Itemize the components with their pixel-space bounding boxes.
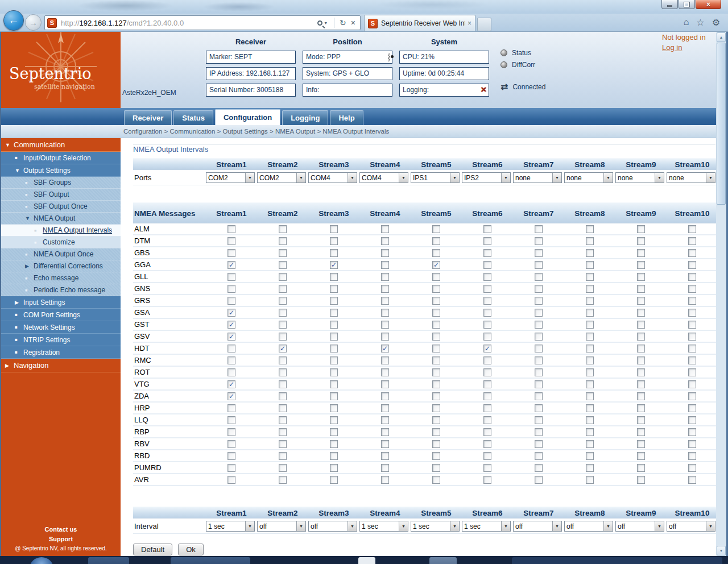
checkbox-gbs-stream8[interactable] xyxy=(586,249,594,257)
checkbox-grs-stream2[interactable] xyxy=(279,297,287,305)
interval-select-stream3[interactable]: off▼ xyxy=(308,521,357,532)
checkbox-rbp-stream10[interactable] xyxy=(688,428,696,436)
nav-tab-receiver[interactable]: Receiver xyxy=(124,110,172,125)
dropdown-arrow-icon[interactable]: ▼ xyxy=(399,173,408,183)
nav-tab-configuration[interactable]: Configuration xyxy=(215,109,280,125)
sidebar-item-input-output-selection[interactable]: ■Input/Output Selection xyxy=(1,152,121,164)
checkbox-vtg-stream8[interactable] xyxy=(586,380,594,388)
sidebar-item-periodic-echo-message[interactable]: ■Periodic Echo message xyxy=(1,284,121,296)
dropdown-arrow-icon[interactable]: ▼ xyxy=(348,173,357,183)
sidebar-item-communication[interactable]: ▼Communication xyxy=(1,138,121,152)
checkbox-rot-stream10[interactable] xyxy=(688,368,696,376)
checkbox-gsv-stream5[interactable] xyxy=(432,333,440,341)
checkbox-hrp-stream4[interactable] xyxy=(381,404,389,412)
dropdown-arrow-icon[interactable]: ▼ xyxy=(245,521,254,531)
dropdown-arrow-icon[interactable]: ▼ xyxy=(296,173,305,183)
url-text[interactable]: http://192.168.1.127/cmd?1.20.40.0.0 xyxy=(61,19,317,27)
dropdown-arrow-icon[interactable]: ▼ xyxy=(655,521,664,531)
dropdown-arrow-icon[interactable]: ▼ xyxy=(706,521,715,531)
checkbox-zda-stream3[interactable] xyxy=(330,392,338,400)
checkbox-alm-stream3[interactable] xyxy=(330,225,338,233)
checkbox-rmc-stream4[interactable] xyxy=(381,356,389,364)
new-tab-button[interactable] xyxy=(477,18,491,31)
interval-select-stream8[interactable]: off▼ xyxy=(564,521,613,532)
port-select-stream1[interactable]: COM2▼ xyxy=(206,172,255,183)
checkbox-gbs-stream10[interactable] xyxy=(688,249,696,257)
checkbox-zda-stream10[interactable] xyxy=(688,392,696,400)
tools-icon[interactable]: ⚙ xyxy=(712,17,720,28)
checkbox-rbp-stream2[interactable] xyxy=(279,428,287,436)
checkbox-gga-stream9[interactable] xyxy=(637,261,645,269)
checkbox-pumrd-stream5[interactable] xyxy=(432,464,440,472)
checkbox-gns-stream1[interactable] xyxy=(228,285,235,293)
checkbox-rbv-stream5[interactable] xyxy=(432,440,440,448)
checkbox-dtm-stream1[interactable] xyxy=(228,237,235,245)
port-select-stream4[interactable]: COM4▼ xyxy=(359,172,408,183)
login-link[interactable]: Log in xyxy=(662,43,682,52)
checkbox-gns-stream10[interactable] xyxy=(688,285,696,293)
interval-select-stream4[interactable]: 1 sec▼ xyxy=(359,521,408,532)
checkbox-zda-stream1[interactable]: ✓ xyxy=(228,392,235,400)
dropdown-arrow-icon[interactable]: ▼ xyxy=(501,173,510,183)
checkbox-pumrd-stream8[interactable] xyxy=(586,464,594,472)
checkbox-rbp-stream1[interactable] xyxy=(228,428,235,436)
address-bar[interactable]: S http://192.168.1.127/cmd?1.20.40.0.0 ▼… xyxy=(44,15,361,30)
sidebar-item-input-settings[interactable]: ▶Input Settings xyxy=(1,296,121,309)
restore-button[interactable] xyxy=(679,0,695,9)
port-select-stream5[interactable]: IPS1▼ xyxy=(411,172,460,183)
checkbox-rbp-stream6[interactable] xyxy=(483,428,491,436)
checkbox-alm-stream2[interactable] xyxy=(279,225,287,233)
home-icon[interactable]: ⌂ xyxy=(684,17,689,28)
checkbox-rbd-stream6[interactable] xyxy=(483,452,491,460)
checkbox-avr-stream9[interactable] xyxy=(637,476,645,484)
checkbox-grs-stream5[interactable] xyxy=(432,297,440,305)
checkbox-gns-stream8[interactable] xyxy=(586,285,594,293)
sidebar-item-navigation[interactable]: ▶Navigation xyxy=(1,359,121,372)
dropdown-arrow-icon[interactable]: ▼ xyxy=(450,521,459,531)
checkbox-rmc-stream2[interactable] xyxy=(279,356,287,364)
checkbox-gll-stream10[interactable] xyxy=(688,273,696,281)
interval-select-stream1[interactable]: 1 sec▼ xyxy=(206,521,255,532)
checkbox-hdt-stream4[interactable]: ✓ xyxy=(381,345,389,353)
footer-link-contact-us[interactable]: Contact us xyxy=(1,526,121,533)
checkbox-vtg-stream9[interactable] xyxy=(637,380,645,388)
checkbox-gll-stream3[interactable] xyxy=(330,273,338,281)
checkbox-avr-stream10[interactable] xyxy=(688,476,696,484)
checkbox-dtm-stream5[interactable] xyxy=(432,237,440,245)
checkbox-gll-stream4[interactable] xyxy=(381,273,389,281)
checkbox-pumrd-stream2[interactable] xyxy=(279,464,287,472)
checkbox-vtg-stream3[interactable] xyxy=(330,380,338,388)
checkbox-gll-stream5[interactable] xyxy=(432,273,440,281)
checkbox-vtg-stream10[interactable] xyxy=(688,380,696,388)
checkbox-avr-stream8[interactable] xyxy=(586,476,594,484)
checkbox-gns-stream6[interactable] xyxy=(483,285,491,293)
checkbox-gsa-stream9[interactable] xyxy=(637,309,645,317)
checkbox-dtm-stream10[interactable] xyxy=(688,237,696,245)
taskbar-item[interactable] xyxy=(512,557,722,564)
checkbox-vtg-stream5[interactable] xyxy=(432,380,440,388)
checkbox-gga-stream7[interactable] xyxy=(535,261,543,269)
checkbox-avr-stream6[interactable] xyxy=(483,476,491,484)
checkbox-llq-stream4[interactable] xyxy=(381,416,389,424)
checkbox-gst-stream4[interactable] xyxy=(381,321,389,329)
checkbox-gsv-stream1[interactable]: ✓ xyxy=(228,333,235,341)
taskbar-item[interactable] xyxy=(429,557,457,564)
interval-select-stream7[interactable]: off▼ xyxy=(513,521,562,532)
checkbox-rmc-stream3[interactable] xyxy=(330,356,338,364)
checkbox-gns-stream4[interactable] xyxy=(381,285,389,293)
interval-select-stream5[interactable]: 1 sec▼ xyxy=(411,521,460,532)
checkbox-llq-stream6[interactable] xyxy=(483,416,491,424)
taskbar-item[interactable] xyxy=(358,557,375,564)
checkbox-hdt-stream1[interactable] xyxy=(228,345,235,353)
checkbox-rot-stream5[interactable] xyxy=(432,368,440,376)
checkbox-gsv-stream6[interactable] xyxy=(483,333,491,341)
browser-tab[interactable]: S Septentrio Receiver Web Int... × xyxy=(364,15,475,31)
checkbox-rmc-stream7[interactable] xyxy=(535,356,543,364)
checkbox-rbd-stream1[interactable] xyxy=(228,452,235,460)
checkbox-gsa-stream4[interactable] xyxy=(381,309,389,317)
checkbox-pumrd-stream10[interactable] xyxy=(688,464,696,472)
checkbox-hrp-stream6[interactable] xyxy=(483,404,491,412)
checkbox-pumrd-stream9[interactable] xyxy=(637,464,645,472)
checkbox-pumrd-stream6[interactable] xyxy=(483,464,491,472)
checkbox-hrp-stream8[interactable] xyxy=(586,404,594,412)
